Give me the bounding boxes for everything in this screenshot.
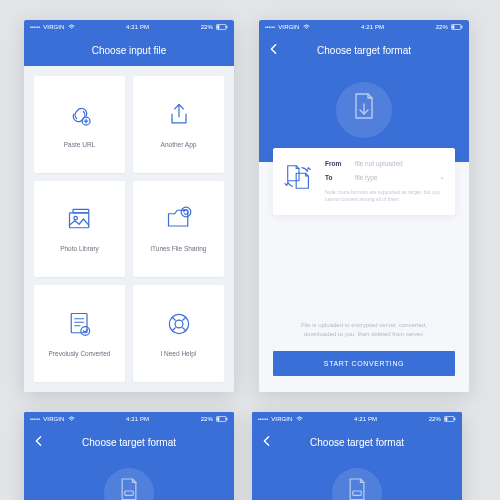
nav-bar: Choose target format: [252, 426, 462, 458]
link-plus-icon: [66, 101, 94, 133]
tile-label: Prevoiusly Converted: [49, 350, 111, 357]
wifi-icon: [68, 416, 75, 422]
file-swap-icon: [283, 160, 315, 203]
battery-label: 22%: [436, 24, 448, 30]
svg-rect-3: [226, 26, 227, 29]
battery-label: 22%: [201, 24, 213, 30]
share-icon: [165, 101, 193, 133]
photo-library-icon: [66, 205, 94, 237]
to-label: To: [325, 174, 349, 181]
status-bar: VIRGIN 4:21 PM 22%: [24, 20, 234, 34]
wifi-icon: [68, 24, 75, 30]
from-value: file not uploaded: [355, 160, 445, 167]
status-bar: VIRGIN 4:21 PM 22%: [24, 412, 234, 426]
battery-icon: [216, 24, 228, 30]
svg-point-22: [299, 420, 300, 421]
battery-icon: [444, 416, 456, 422]
start-converting-button[interactable]: START CONVERTING: [273, 351, 455, 376]
tile-itunes-file-sharing[interactable]: iTunes File Sharing: [133, 181, 224, 278]
document-check-icon: [66, 310, 94, 342]
svg-rect-21: [125, 491, 134, 495]
tile-previously-converted[interactable]: Prevoiusly Converted: [34, 285, 125, 382]
folder-sync-icon: [165, 205, 193, 237]
clock-label: 4:21 PM: [126, 24, 149, 30]
svg-point-7: [73, 217, 77, 221]
clock-label: 4:21 PM: [361, 24, 384, 30]
to-value: file type: [355, 174, 433, 181]
svg-point-8: [181, 208, 191, 218]
battery-label: 22%: [201, 416, 213, 422]
file-type-icon: [345, 477, 369, 500]
svg-rect-5: [69, 213, 88, 228]
tile-help[interactable]: I Need Help!: [133, 285, 224, 382]
status-bar: VIRGIN 4:21 PM 22%: [252, 412, 462, 426]
from-label: From: [325, 160, 349, 167]
tile-label: iTunes File Sharing: [151, 245, 207, 252]
tile-label: Paste URL: [64, 141, 95, 148]
svg-rect-26: [353, 491, 362, 495]
back-button[interactable]: [262, 435, 271, 449]
tile-photo-library[interactable]: Photo Library: [34, 181, 125, 278]
nav-bar: Choose target format: [259, 34, 469, 66]
screen-4-partial: VIRGIN 4:21 PM 22% Choose target format: [252, 412, 462, 500]
carrier-label: VIRGIN: [43, 416, 64, 422]
page-title: Choose target format: [82, 437, 176, 448]
tile-paste-url[interactable]: Paste URL: [34, 76, 125, 173]
battery-icon: [451, 24, 463, 30]
lifebuoy-icon: [165, 310, 193, 342]
back-button[interactable]: [34, 435, 43, 449]
input-source-grid: Paste URL Another App Photo Library iTun…: [24, 66, 234, 392]
back-button[interactable]: [269, 43, 278, 57]
wifi-icon: [296, 416, 303, 422]
wifi-icon: [303, 24, 310, 30]
file-download-icon: [350, 92, 378, 128]
hero-circle: [104, 468, 154, 500]
page-title: Choose target format: [310, 437, 404, 448]
signal-dots-icon: [30, 416, 40, 422]
status-bar: VIRGIN 4:21 PM 22%: [259, 20, 469, 34]
svg-rect-24: [445, 417, 447, 420]
signal-dots-icon: [30, 24, 40, 30]
svg-rect-9: [71, 314, 87, 333]
nav-bar: Choose input file: [24, 34, 234, 66]
file-type-icon: [117, 477, 141, 500]
svg-point-12: [175, 320, 183, 328]
hero-circle: [336, 82, 392, 138]
battery-label: 22%: [429, 416, 441, 422]
card-hint: Note: more formats are supported as targ…: [325, 189, 445, 203]
clock-label: 4:21 PM: [354, 416, 377, 422]
tile-label: Photo Library: [60, 245, 99, 252]
svg-point-13: [306, 28, 307, 29]
svg-rect-2: [217, 25, 219, 28]
svg-rect-19: [217, 417, 219, 420]
svg-rect-15: [452, 25, 454, 28]
hero-circle: [332, 468, 382, 500]
page-title: Choose target format: [317, 45, 411, 56]
screen-choose-target: VIRGIN 4:21 PM 22% Choose target format: [259, 20, 469, 392]
svg-rect-16: [461, 26, 462, 29]
info-text: File is uploaded to encrypted server, co…: [259, 321, 469, 351]
from-row[interactable]: From file not uploaded: [325, 160, 445, 167]
svg-rect-6: [73, 210, 89, 214]
tile-label: I Need Help!: [160, 350, 196, 357]
carrier-label: VIRGIN: [271, 416, 292, 422]
signal-dots-icon: [265, 24, 275, 30]
clock-label: 4:21 PM: [126, 416, 149, 422]
nav-bar: Choose target format: [24, 426, 234, 458]
svg-rect-25: [454, 418, 455, 421]
tile-label: Another App: [161, 141, 197, 148]
page-title: Choose input file: [92, 45, 167, 56]
carrier-label: VIRGIN: [43, 24, 64, 30]
svg-point-10: [80, 327, 89, 336]
svg-point-17: [71, 420, 72, 421]
signal-dots-icon: [258, 416, 268, 422]
carrier-label: VIRGIN: [278, 24, 299, 30]
tile-another-app[interactable]: Another App: [133, 76, 224, 173]
screen-choose-input: VIRGIN 4:21 PM 22% Choose input file: [24, 20, 234, 392]
to-row[interactable]: To file type ⌄: [325, 173, 445, 181]
battery-icon: [216, 416, 228, 422]
screen-3-partial: VIRGIN 4:21 PM 22% Choose target format: [24, 412, 234, 500]
svg-rect-20: [226, 418, 227, 421]
svg-point-0: [71, 28, 72, 29]
chevron-down-icon: ⌄: [439, 173, 445, 181]
